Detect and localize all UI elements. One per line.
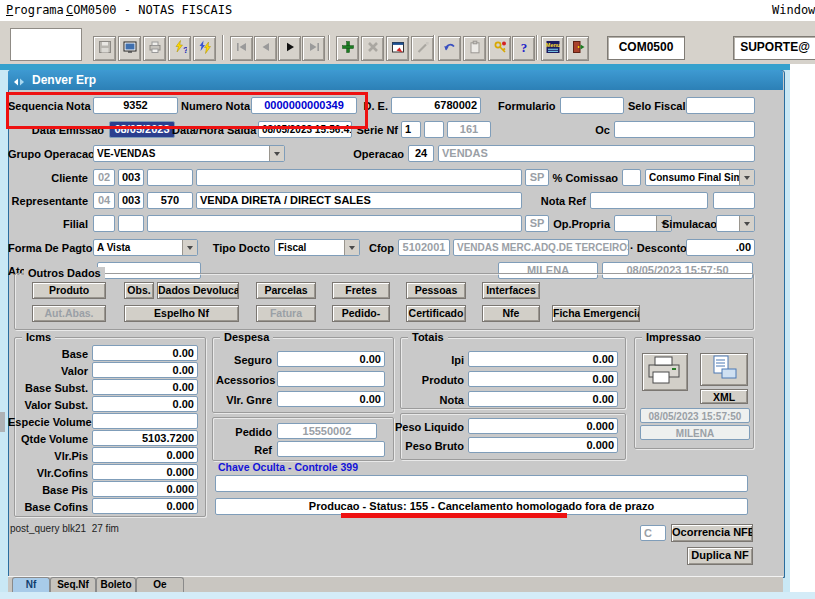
- insert-record-button[interactable]: [336, 36, 359, 61]
- duplica-nf-button[interactable]: Duplica NF: [687, 547, 753, 565]
- serie-nf-field-3[interactable]: 161: [447, 121, 491, 138]
- de-field[interactable]: 6780002: [391, 97, 481, 114]
- serie-nf-field-2[interactable]: [424, 121, 444, 138]
- grupo-operacao-select[interactable]: VE-VENDAS: [93, 145, 285, 162]
- filial-field-1[interactable]: [93, 215, 115, 232]
- cliente-field-2[interactable]: 003: [118, 169, 144, 186]
- icms-base-field[interactable]: 0.00: [92, 345, 198, 361]
- cliente-field-1[interactable]: 02: [93, 169, 115, 186]
- window-titlebar[interactable]: Denver Erp: [8, 70, 783, 90]
- first-record-button[interactable]: [230, 36, 253, 61]
- serie-nf-field-1[interactable]: 1: [401, 121, 421, 138]
- tab-boleto[interactable]: Boleto: [96, 577, 136, 593]
- formulario-field[interactable]: [560, 97, 624, 114]
- previous-record-button[interactable]: [254, 36, 277, 61]
- obs-button[interactable]: Obs.: [124, 282, 154, 299]
- fatura-button[interactable]: Fatura: [256, 305, 316, 322]
- nota-ref-field[interactable]: [590, 192, 708, 209]
- keys-button[interactable]: [488, 36, 511, 61]
- peso-liquido-field[interactable]: 0.000: [468, 418, 618, 434]
- espelho-nf-button[interactable]: Espelho Nf: [124, 305, 239, 322]
- vlr-cofins-field[interactable]: 0.000: [92, 464, 198, 480]
- vlr-gnre-field[interactable]: 0.00: [277, 391, 385, 407]
- print-xml-button[interactable]: [700, 353, 748, 386]
- help-button[interactable]: ?: [512, 36, 535, 61]
- representante-field-3[interactable]: 570: [147, 192, 193, 209]
- icms-base-subst-field[interactable]: 0.00: [92, 379, 198, 395]
- dados-devolucao-button[interactable]: Dados Devolucao: [157, 282, 239, 299]
- icms-valor-subst-field[interactable]: 0.00: [92, 396, 198, 412]
- tab-seq-nf[interactable]: Seq.Nf: [50, 577, 96, 593]
- selo-fiscal-field[interactable]: [686, 97, 755, 114]
- base-cofins-field[interactable]: 0.000: [92, 498, 198, 514]
- cliente-field-3[interactable]: [147, 169, 193, 186]
- undo-button[interactable]: [438, 36, 461, 61]
- menu-window[interactable]: Window: [772, 3, 815, 17]
- chave-oculta-field[interactable]: [215, 475, 748, 492]
- aut-abas-button[interactable]: Aut.Abas.: [32, 305, 106, 322]
- representante-nome-field[interactable]: VENDA DIRETA / DIRECT SALES: [196, 192, 522, 209]
- qtde-volume-field[interactable]: 5103.7200: [92, 430, 198, 446]
- print-danfe-button[interactable]: [642, 353, 688, 391]
- forma-pagto-select[interactable]: A Vista: [93, 239, 198, 256]
- total-nota-field[interactable]: 0.00: [468, 391, 618, 407]
- seguro-field[interactable]: 0.00: [277, 351, 385, 367]
- chevron-down-icon[interactable]: [739, 216, 754, 231]
- representante-field-2[interactable]: 003: [118, 192, 144, 209]
- ipi-field[interactable]: 0.00: [468, 351, 618, 367]
- peso-bruto-field[interactable]: 0.000: [468, 437, 618, 453]
- last-record-button[interactable]: [302, 36, 325, 61]
- nota-ref-extra-field[interactable]: [713, 192, 755, 209]
- interfaces-button[interactable]: Interfaces: [482, 282, 540, 299]
- run-query-button[interactable]: [193, 36, 216, 61]
- screen-button[interactable]: [118, 36, 141, 61]
- enter-query-button[interactable]: ?: [168, 36, 191, 61]
- representante-field-1[interactable]: 04: [93, 192, 115, 209]
- exit-button[interactable]: [566, 36, 589, 61]
- left-scrollbar-thumb[interactable]: [0, 412, 5, 432]
- xml-button[interactable]: XML: [700, 389, 748, 404]
- tipo-docto-select[interactable]: Fiscal: [274, 239, 360, 256]
- print-button[interactable]: [143, 36, 166, 61]
- fretes-button[interactable]: Fretes: [332, 282, 390, 299]
- simulacao-select[interactable]: [716, 215, 755, 232]
- especie-volume-field[interactable]: [92, 413, 198, 429]
- acessorios-field[interactable]: [277, 371, 385, 387]
- parcelas-button[interactable]: Parcelas: [256, 282, 316, 299]
- delete-record-button[interactable]: [361, 36, 384, 61]
- oc-field[interactable]: [614, 121, 755, 138]
- ficha-emergencia-button[interactable]: Ficha Emergencia: [552, 305, 640, 322]
- tab-nf[interactable]: Nf: [12, 577, 50, 593]
- pessoas-button[interactable]: Pessoas: [406, 282, 466, 299]
- filial-nome-field[interactable]: [147, 215, 522, 232]
- next-record-button[interactable]: [278, 36, 301, 61]
- consumo-final-select[interactable]: Consumo Final Sim: [645, 169, 755, 186]
- menu-button[interactable]: Menu: [541, 36, 564, 61]
- nfe-button[interactable]: Nfe: [482, 305, 540, 322]
- query-window-button[interactable]: [386, 36, 409, 61]
- certificado-button[interactable]: Certificado: [406, 305, 466, 322]
- menu-programa[interactable]: Programa: [6, 3, 64, 17]
- produto-button[interactable]: Produto: [32, 282, 106, 299]
- ref-field[interactable]: [277, 441, 385, 457]
- tab-oe[interactable]: Oe: [136, 577, 184, 593]
- edit-button[interactable]: [411, 36, 434, 61]
- desconto-field[interactable]: .00: [686, 239, 755, 256]
- ocorrencia-nfe-button[interactable]: Ocorrencia NFE: [671, 524, 753, 542]
- base-pis-field[interactable]: 0.000: [92, 481, 198, 497]
- cliente-nome-field[interactable]: [196, 169, 522, 186]
- total-produto-field[interactable]: 0.00: [468, 371, 618, 387]
- save-button[interactable]: [93, 36, 116, 61]
- chevron-down-icon[interactable]: [739, 170, 754, 185]
- clipboard-button[interactable]: [463, 36, 486, 61]
- chevron-down-icon[interactable]: [182, 240, 197, 255]
- chevron-down-icon[interactable]: [344, 240, 359, 255]
- filial-field-2[interactable]: [118, 215, 144, 232]
- icms-valor-field[interactable]: 0.00: [92, 362, 198, 378]
- vlr-pis-field[interactable]: 0.000: [92, 447, 198, 463]
- operacao-num-field[interactable]: 24: [408, 145, 434, 162]
- chevron-down-icon[interactable]: [269, 146, 284, 161]
- pedido-button[interactable]: Pedido-: [332, 305, 390, 322]
- comissao-field[interactable]: [622, 169, 641, 186]
- ocorrencia-code-field[interactable]: C: [640, 525, 666, 541]
